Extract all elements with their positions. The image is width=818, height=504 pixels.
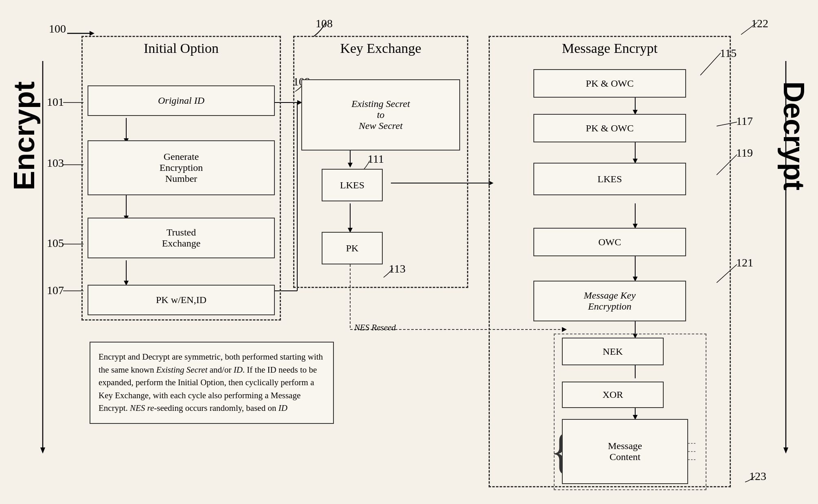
ref-105: 105 [47,237,64,250]
ref-121: 121 [736,256,753,269]
lkes-msg-box: LKES [533,163,686,195]
message-encryption-key-section [554,334,706,490]
pk-key-box: PK [322,232,383,264]
diagram-container: 100 101 103 105 107 108 109 111 113 115 … [0,0,818,504]
ref-123: 123 [749,470,766,483]
nes-reseed-label: NES Reseed [354,323,396,333]
pk-owc-2-box: PK & OWC [533,114,686,142]
encrypt-label: Encrypt [7,81,41,190]
note-text: Encrypt and Decrypt are symmetric, both … [99,352,323,413]
trusted-exchange-box: Trusted Exchange [88,218,275,258]
original-id-box: Original ID [88,85,275,116]
existing-secret-box: Existing Secret to New Secret [301,79,460,151]
ref-108: 108 [316,17,333,30]
pk-owc-1-box: PK & OWC [533,69,686,98]
trusted-exchange-label: Trusted Exchange [162,227,201,249]
generate-encryption-label: Generate Encryption Number [160,151,203,184]
message-key-encryption-label: Message Key Encryption [584,290,636,312]
ref-119: 119 [736,146,753,159]
existing-secret-label: Existing Secret to New Secret [351,98,410,131]
svg-marker-3 [40,447,45,454]
generate-encryption-box: Generate Encryption Number [88,140,275,195]
pk-en-id-box: PK w/EN,ID [88,285,275,315]
svg-marker-1 [90,31,94,36]
ref-100: 100 [49,22,66,35]
message-encrypt-title: Message Encrypt [489,41,731,56]
key-exchange-title: Key Exchange [293,41,468,56]
initial-option-title: Initial Option [106,41,257,56]
note-box: Encrypt and Decrypt are symmetric, both … [90,342,334,424]
lkes-key-box: LKES [322,169,383,201]
ref-107: 107 [47,284,64,297]
ref-103: 103 [47,157,64,170]
message-key-encryption-box: Message Key Encryption [533,281,686,321]
ref-122: 122 [751,17,768,30]
svg-marker-5 [783,447,788,454]
ref-117: 117 [736,115,753,128]
ref-101: 101 [47,96,64,109]
decrypt-label: Decrypt [777,81,811,190]
owc-box: OWC [533,228,686,256]
